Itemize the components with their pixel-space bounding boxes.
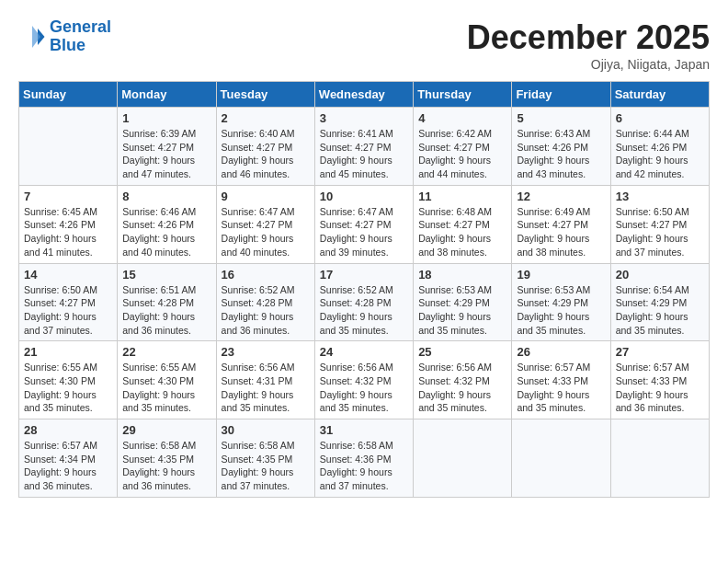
cell-info: Sunrise: 6:56 AMSunset: 4:31 PMDaylight:… — [222, 362, 295, 413]
table-row: 17 Sunrise: 6:52 AMSunset: 4:28 PMDaylig… — [314, 263, 413, 341]
cell-info: Sunrise: 6:48 AMSunset: 4:27 PMDaylight:… — [418, 206, 492, 258]
day-number: 15 — [122, 268, 210, 282]
table-row: 19 Sunrise: 6:53 AMSunset: 4:29 PMDaylig… — [512, 263, 610, 341]
page-header: General Blue December 2025 Ojiya, Niigat… — [18, 18, 710, 72]
cell-info: Sunrise: 6:58 AMSunset: 4:35 PMDaylight:… — [122, 440, 196, 491]
day-number: 14 — [24, 268, 112, 282]
day-number: 18 — [418, 268, 506, 282]
table-row: 3 Sunrise: 6:41 AMSunset: 4:27 PMDayligh… — [314, 108, 413, 186]
table-row: 21 Sunrise: 6:55 AMSunset: 4:30 PMDaylig… — [19, 341, 118, 419]
table-row: 10 Sunrise: 6:47 AMSunset: 4:27 PMDaylig… — [314, 185, 413, 263]
cell-info: Sunrise: 6:47 AMSunset: 4:27 PMDaylight:… — [320, 206, 393, 258]
day-number: 13 — [616, 190, 704, 203]
table-row: 11 Sunrise: 6:48 AMSunset: 4:27 PMDaylig… — [414, 185, 512, 263]
cell-info: Sunrise: 6:46 AMSunset: 4:26 PMDaylight:… — [122, 206, 196, 258]
table-row: 7 Sunrise: 6:45 AMSunset: 4:26 PMDayligh… — [19, 185, 118, 263]
cell-info: Sunrise: 6:49 AMSunset: 4:27 PMDaylight:… — [517, 206, 590, 258]
table-row — [610, 419, 709, 498]
day-number: 31 — [320, 423, 408, 437]
day-number: 27 — [616, 345, 704, 359]
day-number: 3 — [320, 111, 408, 125]
col-sunday: Sunday — [19, 82, 118, 108]
table-row: 12 Sunrise: 6:49 AMSunset: 4:27 PMDaylig… — [512, 185, 610, 263]
logo-line2: Blue — [50, 36, 85, 54]
day-number: 24 — [320, 345, 408, 359]
day-number: 26 — [517, 345, 605, 359]
calendar-row: 7 Sunrise: 6:45 AMSunset: 4:26 PMDayligh… — [19, 185, 710, 263]
day-number: 20 — [616, 268, 704, 282]
table-row: 20 Sunrise: 6:54 AMSunset: 4:29 PMDaylig… — [610, 263, 709, 341]
cell-info: Sunrise: 6:56 AMSunset: 4:32 PMDaylight:… — [320, 362, 393, 413]
table-row: 18 Sunrise: 6:53 AMSunset: 4:29 PMDaylig… — [414, 263, 512, 341]
table-row: 1 Sunrise: 6:39 AMSunset: 4:27 PMDayligh… — [118, 108, 216, 186]
day-number: 22 — [122, 345, 210, 359]
day-number: 21 — [24, 345, 112, 359]
calendar-row: 21 Sunrise: 6:55 AMSunset: 4:30 PMDaylig… — [19, 341, 710, 419]
day-number: 10 — [320, 190, 408, 203]
table-row: 9 Sunrise: 6:47 AMSunset: 4:27 PMDayligh… — [216, 185, 314, 263]
logo-icon — [18, 23, 46, 51]
day-number: 6 — [616, 111, 704, 125]
cell-info: Sunrise: 6:43 AMSunset: 4:26 PMDaylight:… — [517, 128, 590, 179]
day-number: 23 — [222, 345, 310, 359]
day-number: 2 — [222, 111, 310, 125]
day-number: 19 — [517, 268, 605, 282]
table-row: 22 Sunrise: 6:55 AMSunset: 4:30 PMDaylig… — [118, 341, 216, 419]
table-row — [512, 419, 610, 498]
calendar-row: 1 Sunrise: 6:39 AMSunset: 4:27 PMDayligh… — [19, 108, 710, 186]
day-number: 11 — [418, 190, 506, 203]
day-number: 30 — [222, 423, 310, 437]
cell-info: Sunrise: 6:57 AMSunset: 4:33 PMDaylight:… — [517, 362, 590, 413]
cell-info: Sunrise: 6:58 AMSunset: 4:36 PMDaylight:… — [320, 440, 393, 491]
table-row: 4 Sunrise: 6:42 AMSunset: 4:27 PMDayligh… — [414, 108, 512, 186]
cell-info: Sunrise: 6:51 AMSunset: 4:28 PMDaylight:… — [122, 284, 196, 336]
day-number: 4 — [418, 111, 506, 125]
day-number: 17 — [320, 268, 408, 282]
day-number: 28 — [24, 423, 112, 437]
cell-info: Sunrise: 6:50 AMSunset: 4:27 PMDaylight:… — [24, 284, 97, 336]
cell-info: Sunrise: 6:52 AMSunset: 4:28 PMDaylight:… — [320, 284, 393, 336]
cell-info: Sunrise: 6:53 AMSunset: 4:29 PMDaylight:… — [517, 284, 590, 336]
logo: General Blue — [18, 18, 111, 55]
day-number: 25 — [418, 345, 506, 359]
cell-info: Sunrise: 6:45 AMSunset: 4:26 PMDaylight:… — [24, 206, 97, 258]
cell-info: Sunrise: 6:40 AMSunset: 4:27 PMDaylight:… — [222, 128, 295, 179]
table-row: 25 Sunrise: 6:56 AMSunset: 4:32 PMDaylig… — [414, 341, 512, 419]
table-row: 16 Sunrise: 6:52 AMSunset: 4:28 PMDaylig… — [216, 263, 314, 341]
col-tuesday: Tuesday — [216, 82, 314, 108]
cell-info: Sunrise: 6:57 AMSunset: 4:34 PMDaylight:… — [24, 440, 97, 491]
cell-info: Sunrise: 6:47 AMSunset: 4:27 PMDaylight:… — [222, 206, 295, 258]
table-row: 24 Sunrise: 6:56 AMSunset: 4:32 PMDaylig… — [314, 341, 413, 419]
table-row: 26 Sunrise: 6:57 AMSunset: 4:33 PMDaylig… — [512, 341, 610, 419]
cell-info: Sunrise: 6:56 AMSunset: 4:32 PMDaylight:… — [418, 362, 492, 413]
cell-info: Sunrise: 6:55 AMSunset: 4:30 PMDaylight:… — [122, 362, 196, 413]
table-row: 14 Sunrise: 6:50 AMSunset: 4:27 PMDaylig… — [19, 263, 118, 341]
table-row: 8 Sunrise: 6:46 AMSunset: 4:26 PMDayligh… — [118, 185, 216, 263]
calendar-row: 28 Sunrise: 6:57 AMSunset: 4:34 PMDaylig… — [19, 419, 710, 498]
day-number: 9 — [222, 190, 310, 203]
table-row: 29 Sunrise: 6:58 AMSunset: 4:35 PMDaylig… — [118, 419, 216, 498]
table-row: 13 Sunrise: 6:50 AMSunset: 4:27 PMDaylig… — [610, 185, 709, 263]
cell-info: Sunrise: 6:41 AMSunset: 4:27 PMDaylight:… — [320, 128, 393, 179]
cell-info: Sunrise: 6:53 AMSunset: 4:29 PMDaylight:… — [418, 284, 492, 336]
day-number: 8 — [122, 190, 210, 203]
day-number: 12 — [517, 190, 605, 203]
month-title: December 2025 — [467, 18, 710, 57]
cell-info: Sunrise: 6:58 AMSunset: 4:35 PMDaylight:… — [222, 440, 295, 491]
col-saturday: Saturday — [610, 82, 709, 108]
cell-info: Sunrise: 6:42 AMSunset: 4:27 PMDaylight:… — [418, 128, 492, 179]
day-number: 29 — [122, 423, 210, 437]
logo-line1: General — [50, 17, 111, 36]
calendar-table: Sunday Monday Tuesday Wednesday Thursday… — [18, 81, 710, 498]
table-row: 28 Sunrise: 6:57 AMSunset: 4:34 PMDaylig… — [19, 419, 118, 498]
table-row: 5 Sunrise: 6:43 AMSunset: 4:26 PMDayligh… — [512, 108, 610, 186]
day-number: 5 — [517, 111, 605, 125]
col-monday: Monday — [118, 82, 216, 108]
cell-info: Sunrise: 6:55 AMSunset: 4:30 PMDaylight:… — [24, 362, 97, 413]
logo-text: General Blue — [50, 18, 111, 55]
table-row: 31 Sunrise: 6:58 AMSunset: 4:36 PMDaylig… — [314, 419, 413, 498]
col-friday: Friday — [512, 82, 610, 108]
cell-info: Sunrise: 6:54 AMSunset: 4:29 PMDaylight:… — [616, 284, 689, 336]
col-wednesday: Wednesday — [314, 82, 413, 108]
calendar-header-row: Sunday Monday Tuesday Wednesday Thursday… — [19, 82, 710, 108]
